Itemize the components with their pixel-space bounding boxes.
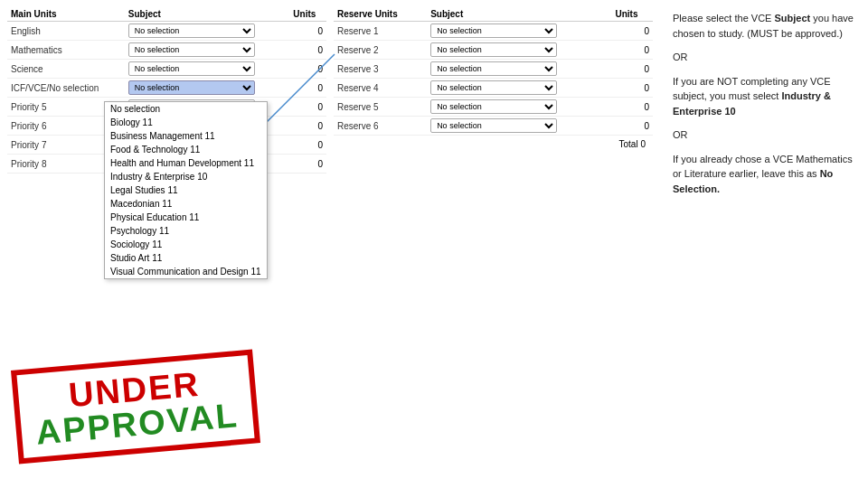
dropdown-item[interactable]: Industry & Enterprise 10 (105, 170, 267, 183)
row-label: ICF/VCE/No selection (7, 79, 125, 98)
instruction-para-2: If you are NOT completing any VCE subjec… (673, 74, 855, 119)
main-units-title: Main Units (7, 7, 125, 22)
instruction-text-1a: Please select the VCE (673, 13, 775, 23)
table-row: Reserve 1No selection0 (334, 22, 653, 41)
total-label: Total (619, 139, 641, 149)
row-label: Reserve 3 (334, 60, 427, 79)
or-text-2: OR (673, 127, 855, 143)
dropdown-item[interactable]: Health and Human Development 11 (105, 156, 267, 170)
table-row: MathematicsNo selection0 (7, 41, 326, 60)
units-value: 0 (289, 41, 326, 60)
right-panel: Please select the VCE Subject you have c… (660, 0, 868, 488)
units-value: 0 (289, 79, 326, 98)
units-value: 0 (289, 155, 326, 174)
units-value: 0 (611, 41, 653, 60)
row-label: Reserve 6 (334, 117, 427, 136)
subject-select[interactable]: No selection (430, 61, 557, 76)
units-value: 0 (611, 79, 653, 98)
table-row: EnglishNo selection0 (7, 22, 326, 41)
total-row: Total 0 (334, 139, 653, 149)
units-value: 0 (611, 22, 653, 41)
subject-dropdown-open[interactable]: No selectionBiology 11Business Managemen… (104, 101, 268, 279)
subject-select[interactable]: No selection (128, 80, 255, 95)
table-row: Reserve 3No selection0 (334, 60, 653, 79)
row-label: Reserve 1 (334, 22, 427, 41)
row-label: Reserve 4 (334, 79, 427, 98)
stamp-box: UNDER APPROVAL (11, 350, 260, 465)
table-row: ScienceNo selection0 (7, 60, 326, 79)
table-row: Reserve 2No selection0 (334, 41, 653, 60)
row-label: Reserve 2 (334, 41, 427, 60)
instruction-para-1: Please select the VCE Subject you have c… (673, 11, 855, 41)
total-value: 0 (640, 139, 646, 149)
subject-select[interactable]: No selection (128, 23, 255, 38)
subject-select[interactable]: No selection (430, 23, 557, 38)
instruction-para-3: If you already chose a VCE Mathematics o… (673, 152, 855, 197)
units-value: 0 (289, 22, 326, 41)
subject-select[interactable]: No selection (430, 99, 557, 114)
main-container: Main Units Subject Units EnglishNo selec… (0, 0, 868, 488)
dropdown-item[interactable]: Psychology 11 (105, 224, 267, 238)
left-panel: Main Units Subject Units EnglishNo selec… (0, 0, 660, 488)
reserve-subject-header: Subject (427, 7, 611, 22)
subject-select[interactable]: No selection (430, 80, 557, 95)
units-value: 0 (611, 60, 653, 79)
main-subject-header: Subject (125, 7, 290, 22)
reserve-units-title: Reserve Units (334, 7, 427, 22)
dropdown-item[interactable]: Sociology 11 (105, 238, 267, 251)
dropdown-item[interactable]: Visual Communication and Design 11 (105, 265, 267, 278)
table-row: ICF/VCE/No selectionNo selection0 (7, 79, 326, 98)
table-row: Reserve 4No selection0 (334, 79, 653, 98)
dropdown-item[interactable]: Business Management 11 (105, 129, 267, 143)
subject-select[interactable]: No selection (430, 42, 557, 57)
table-row: Reserve 6No selection0 (334, 117, 653, 136)
units-value: 0 (611, 117, 653, 136)
dropdown-item[interactable]: Food & Technology 11 (105, 143, 267, 156)
row-label: English (7, 22, 125, 41)
dropdown-item[interactable]: Legal Studies 11 (105, 183, 267, 197)
subject-select[interactable]: No selection (128, 61, 255, 76)
dropdown-item[interactable]: Biology 11 (105, 116, 267, 129)
stamp-container: UNDER APPROVAL (13, 324, 259, 488)
row-label: Reserve 5 (334, 98, 427, 117)
units-value: 0 (289, 98, 326, 117)
reserve-units-header: Units (611, 7, 653, 22)
units-value: 0 (289, 136, 326, 155)
row-label: Science (7, 60, 125, 79)
instruction-bold-1: Subject (775, 13, 811, 23)
dropdown-item[interactable]: Macedonian 11 (105, 197, 267, 211)
units-value: 0 (611, 98, 653, 117)
table-row: Reserve 5No selection0 (334, 98, 653, 117)
dropdown-item[interactable]: Studio Art 11 (105, 251, 267, 265)
units-value: 0 (289, 60, 326, 79)
subject-select[interactable]: No selection (430, 118, 557, 133)
dropdown-item[interactable]: No selection (105, 102, 267, 116)
or-text-1: OR (673, 50, 855, 65)
row-label: Mathematics (7, 41, 125, 60)
dropdown-item[interactable]: Physical Education 11 (105, 211, 267, 224)
reserve-units-table: Reserve Units Subject Units Reserve 1No … (334, 7, 653, 174)
subject-select[interactable]: No selection (128, 42, 255, 57)
units-value: 0 (289, 117, 326, 136)
main-units-header: Units (289, 7, 326, 22)
